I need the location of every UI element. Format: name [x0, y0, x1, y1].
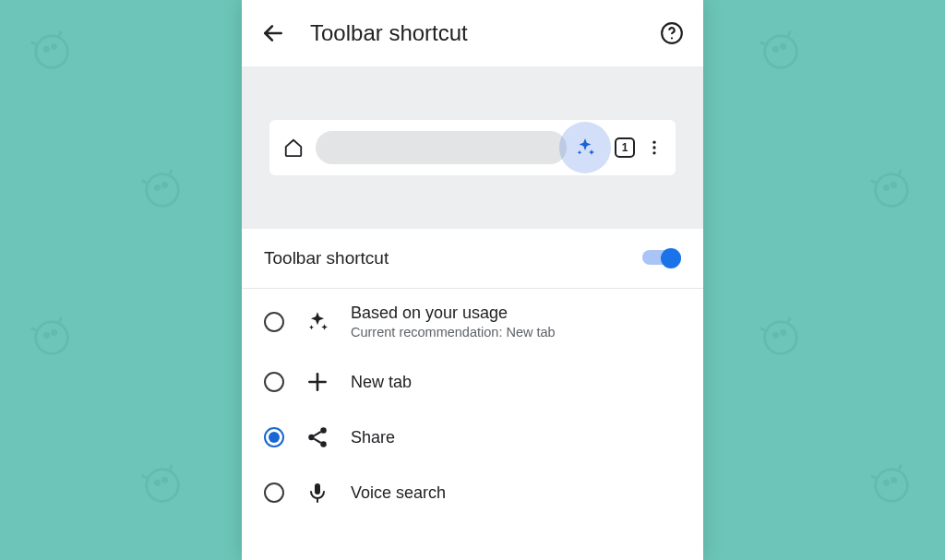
option-share[interactable]: Share — [242, 410, 703, 465]
svg-point-23 — [891, 478, 897, 483]
svg-point-4 — [155, 185, 161, 191]
option-based-on-usage[interactable]: Based on your usage Current recommendati… — [242, 289, 703, 354]
svg-point-15 — [871, 170, 912, 210]
svg-point-16 — [884, 185, 890, 191]
svg-point-21 — [871, 465, 912, 506]
back-button[interactable] — [258, 18, 288, 48]
option-subtitle: Current recommendation: New tab — [351, 325, 556, 340]
svg-point-10 — [155, 481, 161, 486]
svg-point-29 — [652, 151, 655, 154]
plus-icon — [305, 369, 330, 395]
overflow-menu-icon — [644, 138, 664, 157]
arrow-left-icon — [261, 21, 285, 45]
sparkle-icon — [574, 137, 596, 159]
appbar: Toolbar shortcut — [242, 0, 703, 66]
svg-point-1 — [44, 47, 50, 53]
toggle-label: Toolbar shortcut — [264, 248, 389, 268]
home-icon — [281, 137, 306, 158]
svg-point-14 — [781, 44, 786, 50]
toolbar-shortcut-toggle-row[interactable]: Toolbar shortcut — [242, 229, 703, 289]
svg-point-2 — [52, 44, 57, 50]
svg-point-34 — [320, 441, 327, 447]
svg-point-7 — [44, 333, 50, 339]
svg-point-0 — [31, 31, 72, 72]
svg-point-5 — [162, 183, 168, 188]
radio-share[interactable] — [264, 427, 284, 447]
toolbar-preview-area: 1 — [242, 66, 703, 229]
svg-point-3 — [142, 170, 183, 210]
page-title: Toolbar shortcut — [310, 20, 635, 46]
svg-point-27 — [652, 141, 655, 144]
share-icon — [305, 424, 330, 450]
toolbar-preview: 1 — [269, 120, 676, 175]
radio-new-tab[interactable] — [264, 372, 284, 392]
option-new-tab[interactable]: New tab — [242, 354, 703, 410]
tab-count-value: 1 — [622, 141, 628, 154]
radio-voice-search[interactable] — [264, 483, 284, 503]
svg-point-33 — [308, 435, 315, 441]
svg-point-9 — [142, 465, 183, 506]
shortcut-highlight — [559, 122, 611, 173]
sparkle-icon — [305, 309, 330, 335]
option-voice-search[interactable]: Voice search — [242, 465, 703, 520]
svg-point-19 — [773, 333, 779, 339]
radio-based-on-usage[interactable] — [264, 312, 284, 332]
toolbar-shortcut-switch[interactable] — [642, 247, 681, 269]
svg-point-28 — [652, 146, 655, 149]
option-title: New tab — [351, 373, 412, 392]
svg-point-32 — [320, 427, 327, 434]
svg-point-17 — [891, 183, 897, 188]
svg-point-11 — [162, 478, 168, 483]
svg-point-26 — [671, 37, 673, 39]
svg-point-20 — [781, 330, 786, 336]
svg-point-6 — [31, 317, 72, 358]
help-button[interactable] — [657, 18, 687, 48]
svg-rect-35 — [315, 483, 320, 494]
svg-point-18 — [760, 317, 801, 358]
address-bar-placeholder — [316, 131, 567, 164]
settings-screen: Toolbar shortcut 1 Toolbar shortcut — [242, 0, 703, 560]
option-title: Share — [351, 428, 395, 447]
svg-point-13 — [773, 47, 779, 53]
tab-switcher: 1 — [615, 137, 635, 158]
help-circle-icon — [660, 21, 684, 45]
svg-point-12 — [760, 31, 801, 72]
svg-point-8 — [52, 330, 57, 336]
svg-point-22 — [884, 481, 890, 486]
option-title: Voice search — [351, 483, 446, 503]
option-title: Based on your usage — [351, 304, 556, 323]
mic-icon — [305, 480, 330, 506]
shortcut-options-list: Based on your usage Current recommendati… — [242, 289, 703, 560]
